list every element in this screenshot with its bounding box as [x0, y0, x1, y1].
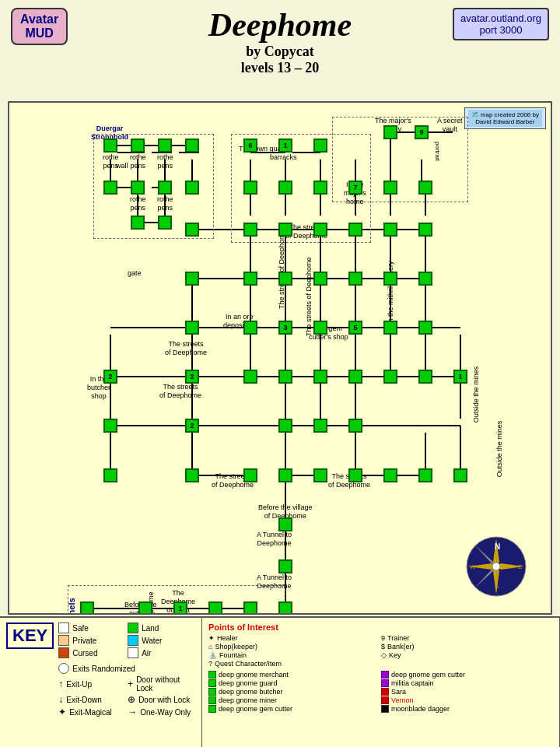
room-node [243, 468, 257, 482]
room-node [348, 272, 362, 286]
poi-dot-red [381, 696, 389, 704]
map-inner: 6 1 9 7 3 5 [9, 103, 551, 613]
room-node [158, 139, 172, 153]
room-node [453, 468, 467, 482]
room-node: 1 [173, 601, 187, 615]
room-node: 2 [103, 370, 117, 384]
circle-icon [58, 663, 69, 674]
server-badge: avatar.outland.org port 3000 [453, 8, 549, 40]
avatar-line2: MUD [20, 26, 58, 40]
label-underway: The Underway Tunnels [67, 613, 76, 615]
svg-text:N: N [495, 542, 500, 551]
room-node [278, 223, 292, 237]
room-node [278, 370, 292, 384]
key-private: Private [58, 635, 126, 646]
server-line2: port 3000 [460, 24, 541, 36]
room-node [158, 181, 172, 195]
poi-dot-red [381, 688, 389, 696]
room-node [313, 223, 327, 237]
room-node [313, 181, 327, 195]
air-color [128, 647, 138, 658]
poi-dot-purple [381, 671, 389, 679]
avatar-line1: Avatar [20, 12, 58, 26]
key-grid: Safe Land Private Water [58, 622, 195, 658]
key-exit-up: ↑ Exit-Up [58, 675, 126, 693]
room-node [418, 181, 432, 195]
sym-trainer: 9Trainer [381, 634, 553, 642]
room-node: 2 [185, 419, 199, 433]
room-node [243, 272, 257, 286]
poi-dot-purple [381, 679, 389, 687]
room-node [348, 468, 362, 482]
room-node [383, 272, 397, 286]
label-secret-vault: A secretvault [437, 117, 463, 134]
label-gate: gate [128, 269, 142, 278]
sym-shop: ⌂Shop(keeper) [208, 643, 380, 651]
room-node [418, 370, 432, 384]
room-node [313, 321, 327, 335]
key-cursed: Cursed [58, 647, 126, 658]
key-section: KEY Safe Land Private [0, 616, 560, 747]
label-streets2: The streets of Deephome [305, 282, 313, 336]
room-node [313, 419, 327, 433]
room-node [243, 370, 257, 384]
room-node [418, 223, 432, 237]
key-water: Water [128, 635, 195, 646]
room-node [138, 601, 152, 615]
key-safe: Safe [58, 622, 126, 633]
room-node [278, 468, 292, 482]
room-node [313, 370, 327, 384]
svg-text:W: W [470, 563, 476, 570]
room-node [185, 181, 199, 195]
room-node [383, 370, 397, 384]
sym-fountain: ⛲Fountain [208, 651, 380, 659]
key-door-lock: ⊕ Door with Lock [128, 694, 195, 705]
room-node [185, 321, 199, 335]
subtitle-line2: levels 13 – 20 [0, 60, 560, 76]
sym-quest: ?Quest Character/Item [208, 660, 380, 668]
poi-dot [208, 679, 216, 687]
room-node: 1 [278, 139, 292, 153]
poi-militia: militia captain [381, 679, 553, 687]
room-node [278, 181, 292, 195]
room-node [158, 216, 172, 230]
room-node [348, 419, 362, 433]
room-node: 2 [185, 370, 199, 384]
label-barracks: barracks [270, 153, 297, 162]
key-right-panel: Points of Interest ✦Healer 9Trainer ⌂Sho… [202, 618, 560, 747]
room-node [278, 419, 292, 433]
key-title: KEY [6, 622, 54, 649]
room-node: 5 [348, 321, 362, 335]
land-color [128, 622, 138, 633]
water-color [128, 635, 138, 646]
room-node [313, 272, 327, 286]
poi-dot [208, 688, 216, 696]
poi-guard: deep gnome guard [208, 679, 380, 687]
room-node [103, 181, 117, 195]
label-outside-mines2: Outside the mines [495, 418, 503, 480]
room-node [278, 272, 292, 286]
poi-moonblade: moonblade dagger [381, 705, 553, 713]
key-exit-magical: ✦ Exit-Magical [58, 707, 126, 717]
room-node [348, 223, 362, 237]
room-node [278, 601, 292, 615]
poi-miner: deep gnome miner [208, 696, 380, 704]
key-door-nolock: + Door without Lock [128, 675, 195, 693]
svg-text:S: S [495, 583, 499, 590]
poi-merchant: deep gnome merchant [208, 671, 380, 679]
label-tunnel-to2: A Tunnel toDeephome [257, 573, 292, 591]
room-node [131, 181, 145, 195]
sym-healer: ✦Healer [208, 634, 380, 642]
key-exits-random: Exits Randomized [58, 663, 195, 674]
room-node [348, 370, 362, 384]
room-node [103, 419, 117, 433]
poi-dot [208, 705, 216, 713]
sym-key: ◇Key [381, 651, 553, 659]
room-node [208, 601, 222, 615]
key-icons: Exits Randomized ↑ Exit-Up + Door withou… [58, 663, 195, 717]
room-node [383, 223, 397, 237]
key-exit-down: ↓ Exit-Down [58, 694, 126, 705]
room-node [418, 272, 432, 286]
key-one-way: → One-Way Only [128, 707, 195, 717]
svg-point-125 [492, 563, 500, 570]
